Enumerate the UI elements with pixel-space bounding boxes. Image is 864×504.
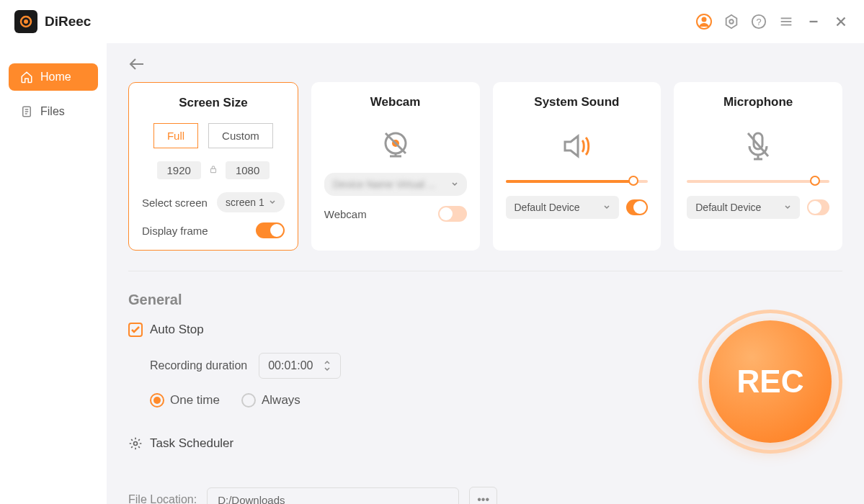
svg-marker-4	[726, 15, 737, 28]
webcam-label: Webcam	[324, 208, 367, 220]
brand: DiReec	[14, 10, 91, 33]
card-system-sound: System Sound Default Device	[493, 82, 662, 251]
card-screen-size: Screen Size Full Custom 1920 1080 Select…	[128, 82, 298, 251]
webcam-device-select[interactable]: Device Name Virtual ...	[324, 173, 467, 196]
chevron-down-icon	[451, 181, 458, 188]
help-icon[interactable]: ?	[750, 13, 767, 30]
speaker-icon	[556, 122, 597, 169]
card-title-screen: Screen Size	[179, 96, 247, 110]
system-sound-toggle[interactable]	[626, 199, 649, 215]
app-logo-icon	[14, 10, 37, 33]
height-value[interactable]: 1080	[226, 161, 270, 179]
mic-device-select[interactable]: Default Device	[687, 196, 800, 219]
svg-text:?: ?	[756, 17, 761, 27]
display-frame-label: Display frame	[142, 225, 208, 237]
chevron-down-icon	[269, 199, 276, 206]
home-icon	[20, 71, 33, 84]
back-button[interactable]	[128, 58, 842, 73]
webcam-icon	[377, 122, 414, 169]
svg-point-1	[24, 19, 28, 24]
card-title-system: System Sound	[534, 95, 619, 109]
card-microphone: Microphone Default Device	[674, 82, 842, 251]
settings-gear-icon[interactable]	[723, 13, 740, 30]
size-full-button[interactable]: Full	[153, 123, 198, 148]
width-value[interactable]: 1920	[157, 161, 201, 179]
location-label: File Location:	[128, 493, 197, 504]
svg-rect-18	[210, 168, 215, 172]
select-screen-label: Select screen	[142, 197, 208, 209]
lock-icon[interactable]	[208, 164, 218, 177]
menu-icon[interactable]	[778, 13, 795, 30]
location-input[interactable]: D:/Downloads	[207, 487, 459, 505]
duration-input[interactable]: 00:01:00	[259, 353, 341, 379]
size-custom-button[interactable]: Custom	[208, 123, 273, 148]
nav-home-label: Home	[40, 71, 71, 84]
check-icon	[130, 325, 141, 335]
card-title-mic: Microphone	[723, 95, 793, 109]
svg-point-3	[702, 17, 707, 22]
svg-point-5	[729, 19, 734, 24]
auto-stop-label: Auto Stop	[150, 323, 204, 337]
nav-home[interactable]: Home	[9, 63, 98, 91]
mic-toggle[interactable]	[807, 199, 829, 215]
chevron-down-icon	[603, 204, 610, 211]
divider	[128, 271, 842, 271]
close-icon[interactable]	[832, 13, 850, 30]
radio-always[interactable]: Always	[241, 393, 300, 408]
app-name: DiReec	[45, 14, 91, 30]
nav-files-label: Files	[40, 105, 65, 118]
card-webcam: Webcam Device Name Virtual ... Webcam	[311, 82, 480, 251]
record-button[interactable]: REC	[698, 310, 842, 454]
nav-files[interactable]: Files	[9, 98, 98, 125]
duration-label: Recording duration	[150, 359, 247, 372]
screen-select[interactable]: screen 1	[217, 192, 285, 212]
svg-point-24	[134, 442, 138, 446]
stepper-icon	[323, 359, 331, 372]
sidebar: Home Files	[0, 43, 107, 504]
system-device-select[interactable]: Default Device	[506, 196, 619, 219]
one-time-label: One time	[170, 393, 220, 408]
chevron-down-icon	[784, 204, 791, 211]
display-frame-toggle[interactable]	[256, 222, 285, 238]
general-title: General	[128, 292, 842, 308]
user-icon[interactable]	[695, 13, 713, 30]
main-panel: Screen Size Full Custom 1920 1080 Select…	[107, 43, 864, 504]
card-title-webcam: Webcam	[370, 95, 421, 109]
always-label: Always	[262, 393, 300, 408]
system-volume-slider[interactable]	[506, 180, 649, 183]
webcam-toggle[interactable]	[438, 206, 467, 222]
location-browse-button[interactable]: •••	[469, 487, 497, 504]
scheduler-label: Task Scheduler	[150, 436, 233, 451]
files-icon	[20, 105, 33, 118]
microphone-icon	[739, 122, 777, 169]
mic-volume-slider[interactable]	[687, 180, 829, 183]
radio-one-time[interactable]: One time	[150, 393, 220, 408]
minimize-icon[interactable]	[805, 13, 822, 30]
gear-icon	[128, 436, 143, 451]
